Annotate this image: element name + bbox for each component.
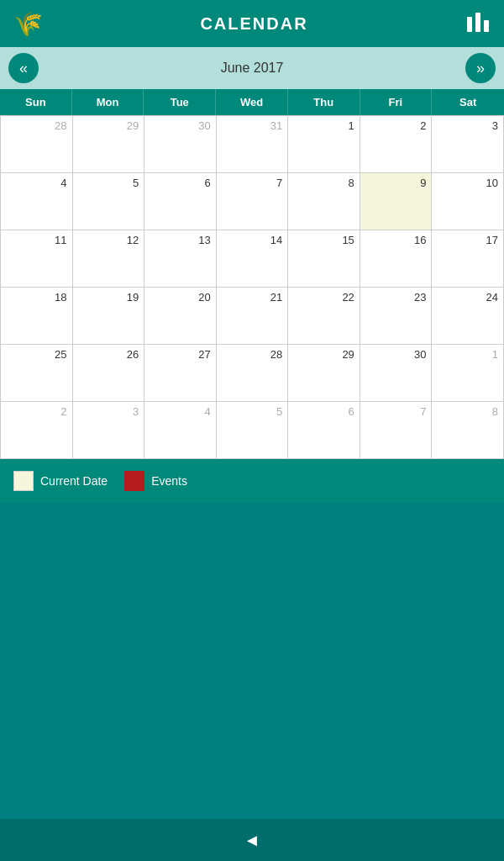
cal-cell[interactable]: 21 xyxy=(217,288,289,345)
next-month-button[interactable]: » xyxy=(465,53,496,83)
dow-sat: Sat xyxy=(432,89,504,115)
cal-cell[interactable]: 30 xyxy=(144,116,217,173)
day-number: 28 xyxy=(6,119,67,132)
day-number: 2 xyxy=(6,405,67,418)
cal-cell[interactable]: 10 xyxy=(432,173,504,230)
month-year-label: June 2017 xyxy=(221,61,284,76)
day-number: 29 xyxy=(293,348,354,361)
cal-cell[interactable]: 11 xyxy=(1,230,73,288)
day-number: 1 xyxy=(293,119,354,132)
cal-cell[interactable]: 6 xyxy=(288,402,360,459)
cal-cell[interactable]: 8 xyxy=(288,173,360,230)
day-number: 3 xyxy=(78,405,139,418)
current-date-swatch xyxy=(13,471,34,491)
day-number: 26 xyxy=(78,348,139,361)
prev-month-button[interactable]: « xyxy=(8,53,39,83)
calendar-nav: « June 2017 » xyxy=(0,47,504,89)
dow-wed: Wed xyxy=(216,89,288,115)
current-date-label: Current Date xyxy=(40,474,108,488)
day-number: 12 xyxy=(78,234,139,246)
cal-cell[interactable]: 2 xyxy=(1,402,73,459)
page-title: CALENDAR xyxy=(200,14,307,34)
cal-cell[interactable]: 31 xyxy=(217,116,289,173)
day-number: 7 xyxy=(222,177,283,189)
cal-cell[interactable]: 30 xyxy=(360,345,433,402)
cal-cell[interactable]: 28 xyxy=(217,345,289,402)
back-button[interactable]: ◄ xyxy=(244,831,260,850)
cal-cell[interactable]: 16 xyxy=(360,230,433,288)
day-number: 11 xyxy=(6,234,67,246)
cal-cell[interactable]: 5 xyxy=(73,173,145,230)
cal-cell[interactable]: 19 xyxy=(73,288,145,345)
day-number: 16 xyxy=(365,234,427,246)
day-number: 2 xyxy=(365,119,427,132)
cal-cell[interactable]: 9 xyxy=(360,173,433,230)
day-number: 4 xyxy=(6,177,67,189)
dow-sun: Sun xyxy=(0,89,72,115)
dow-fri: Fri xyxy=(360,89,433,115)
current-date-legend: Current Date xyxy=(13,471,108,491)
cal-cell[interactable]: 18 xyxy=(1,288,73,345)
app-header: 🌾 CALENDAR xyxy=(0,0,504,47)
day-number: 28 xyxy=(222,348,283,361)
cal-cell[interactable]: 7 xyxy=(217,173,289,230)
cal-cell[interactable]: 22 xyxy=(288,288,360,345)
day-number: 19 xyxy=(78,291,139,304)
day-number: 8 xyxy=(293,177,354,189)
day-number: 5 xyxy=(78,177,139,189)
cal-cell[interactable]: 20 xyxy=(144,288,217,345)
cal-cell[interactable]: 27 xyxy=(144,345,217,402)
cal-cell[interactable]: 4 xyxy=(1,173,73,230)
cal-cell[interactable]: 29 xyxy=(73,116,145,173)
cal-cell[interactable]: 7 xyxy=(360,402,433,459)
bottom-fill xyxy=(0,503,504,819)
day-number: 30 xyxy=(150,119,211,132)
cal-cell[interactable]: 14 xyxy=(217,230,289,288)
day-number: 9 xyxy=(365,177,427,189)
day-number: 29 xyxy=(78,119,139,132)
day-number: 18 xyxy=(6,291,67,304)
day-number: 6 xyxy=(293,405,354,418)
cal-cell[interactable]: 23 xyxy=(360,288,433,345)
day-number: 24 xyxy=(437,291,498,304)
day-number: 21 xyxy=(222,291,283,304)
bar-chart-icon[interactable] xyxy=(465,8,491,40)
cal-cell[interactable]: 15 xyxy=(288,230,360,288)
day-number: 4 xyxy=(150,405,211,418)
day-number: 22 xyxy=(293,291,354,304)
calendar: Sun Mon Tue Wed Thu Fri Sat 282930311234… xyxy=(0,89,504,459)
day-number: 13 xyxy=(150,234,211,246)
cal-cell[interactable]: 28 xyxy=(1,116,73,173)
cal-cell[interactable]: 26 xyxy=(73,345,145,402)
svg-rect-2 xyxy=(484,20,489,32)
events-swatch xyxy=(124,471,144,491)
day-number: 17 xyxy=(437,234,498,246)
day-number: 8 xyxy=(437,405,498,418)
cal-cell[interactable]: 2 xyxy=(360,116,433,173)
cal-cell[interactable]: 4 xyxy=(144,402,217,459)
cal-cell[interactable]: 1 xyxy=(288,116,360,173)
day-number: 27 xyxy=(150,348,211,361)
legend: Current Date Events xyxy=(0,459,504,503)
cal-cell[interactable]: 29 xyxy=(288,345,360,402)
day-number: 5 xyxy=(222,405,283,418)
day-number: 6 xyxy=(150,177,211,189)
cal-cell[interactable]: 3 xyxy=(73,402,145,459)
cal-cell[interactable]: 24 xyxy=(432,288,504,345)
day-number: 7 xyxy=(365,405,427,418)
day-number: 10 xyxy=(437,177,498,189)
cal-cell[interactable]: 25 xyxy=(1,345,73,402)
cal-cell[interactable]: 5 xyxy=(217,402,289,459)
cal-cell[interactable]: 12 xyxy=(73,230,145,288)
bottom-nav: ◄ xyxy=(0,819,504,861)
cal-cell[interactable]: 1 xyxy=(432,345,504,402)
day-number: 30 xyxy=(365,348,427,361)
cal-cell[interactable]: 8 xyxy=(432,402,504,459)
calendar-grid: 2829303112345678910111213141516171819202… xyxy=(0,115,504,459)
cal-cell[interactable]: 6 xyxy=(144,173,217,230)
cal-cell[interactable]: 3 xyxy=(432,116,504,173)
cal-cell[interactable]: 17 xyxy=(432,230,504,288)
cal-cell[interactable]: 13 xyxy=(144,230,217,288)
dow-tue: Tue xyxy=(144,89,216,115)
dow-mon: Mon xyxy=(72,89,144,115)
